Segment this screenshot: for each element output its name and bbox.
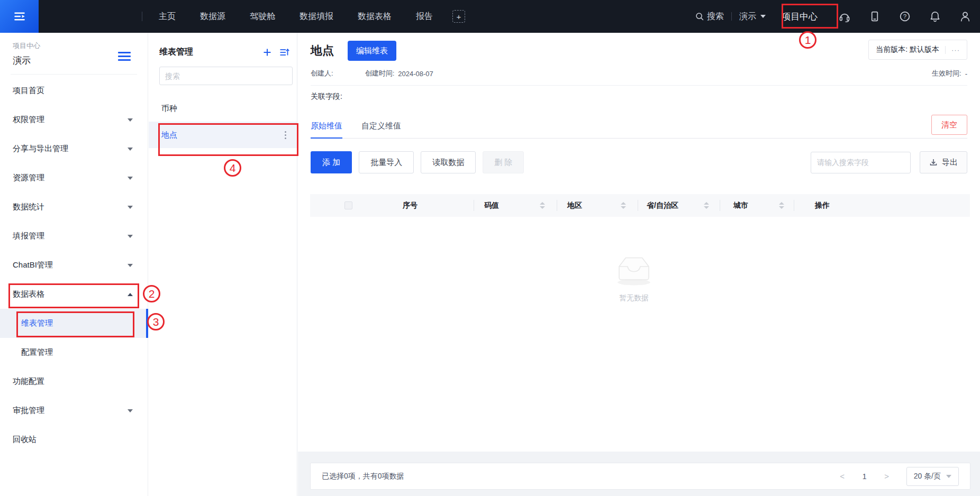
sort-icon[interactable] [540,202,545,209]
column-header: 操作 [815,201,830,210]
more-actions-icon[interactable] [285,131,286,139]
read-data-button[interactable]: 读取数据 [421,151,476,173]
add-module-button[interactable]: + [452,10,465,23]
navbar-divider [142,12,142,21]
export-button[interactable]: 导出 [920,151,967,173]
sidebar-item-data-table[interactable]: 数据表格 [0,280,148,309]
sort-list-icon[interactable] [279,47,289,58]
search-icon [695,12,704,21]
chevron-down-icon [128,264,133,267]
sidebar-item-recycle-bin[interactable]: 回收站 [0,425,148,454]
sidebar-item-config-mgmt[interactable]: 配置管理 [0,338,148,367]
empty-text: 暂无数据 [619,293,649,303]
divider [311,85,967,86]
project-center-label: 项目中心 [13,41,148,51]
sort-icon[interactable] [779,202,784,209]
pagination: < 1 > 20 条/页 [834,467,959,486]
version-selector[interactable]: 当前版本: 默认版本 ··· [868,40,967,60]
project-center-button[interactable]: 项目中心 [782,11,818,23]
sort-icon[interactable] [704,202,709,209]
related-fields-label: 关联字段: [311,92,967,103]
dim-table-list: 币种 地点 [149,95,297,148]
table-footer: 已选择0项，共有0项数据 < 1 > 20 条/页 [310,463,970,490]
chevron-down-icon [128,118,133,122]
sidebar-item-dim-table-mgmt[interactable]: 维表管理 [0,309,148,338]
sidebar-header: 项目中心 演示 [0,33,148,67]
next-page-button[interactable]: > [879,472,895,481]
panel-title: 维表管理 [159,47,193,58]
chevron-down-icon [128,177,133,180]
column-header: 序号 [403,201,418,210]
sidebar-item-fill-mgmt[interactable]: 填报管理 [0,222,148,251]
help-icon[interactable]: ? [899,11,911,22]
sidebar-item-function-config[interactable]: 功能配置 [0,367,148,396]
tab-original-values[interactable]: 原始维值 [311,114,342,139]
chevron-up-icon [128,293,133,296]
chevron-down-icon [128,148,133,151]
chevron-down-icon [128,206,133,209]
selection-summary: 已选择0项，共有0项数据 [322,472,404,481]
nav-item-report[interactable]: 报告 [404,0,445,33]
empty-box-icon [611,251,657,287]
effective-time-label: 生效时间: [932,69,961,78]
select-all-checkbox[interactable] [344,201,352,209]
divider [945,46,946,54]
sidebar-divider [11,74,137,75]
topnav-menu: 主页 数据源 驾驶舱 数据填报 数据表格 报告 [147,0,445,33]
support-headset-icon[interactable] [839,11,850,22]
svg-text:?: ? [903,13,906,20]
nav-item-datasource[interactable]: 数据源 [188,0,238,33]
created-time-label: 创建时间: [365,69,395,78]
sort-icon[interactable] [621,202,626,209]
sidebar-item-share-export[interactable]: 分享与导出管理 [0,134,148,163]
field-search-input[interactable] [811,152,911,173]
sidebar-item-project-home[interactable]: 项目首页 [0,76,148,105]
user-avatar-icon[interactable] [959,11,971,22]
mobile-device-icon[interactable] [869,11,881,22]
creator-label: 创建人: [311,69,333,78]
page-size-select[interactable]: 20 条/页 [906,467,959,486]
sidebar-collapse-icon[interactable] [118,52,131,63]
panel-header: 维表管理 [149,33,297,58]
current-version-label: 当前版本: 默认版本 [876,45,939,54]
column-header: 码值 [484,201,499,210]
sidebar-item-permissions[interactable]: 权限管理 [0,105,148,134]
sidebar-item-data-stats[interactable]: 数据统计 [0,192,148,222]
effective-time-value: - [965,70,967,78]
clear-button[interactable]: 清空 [931,115,967,135]
add-button[interactable]: 添 加 [311,151,352,173]
column-header: 地区 [567,201,582,210]
notification-bell-icon[interactable] [929,11,941,22]
sidebar-item-chatbi[interactable]: ChatBI管理 [0,251,148,280]
bulk-import-button[interactable]: 批量导入 [359,151,414,173]
nav-item-datatable[interactable]: 数据表格 [346,0,404,33]
prev-page-button[interactable]: < [834,472,850,481]
global-search-button[interactable]: 搜索 [695,11,724,22]
topnav-right: 搜索 演示 项目中心 [695,11,980,23]
nav-item-home[interactable]: 主页 [147,0,188,33]
sidebar-item-approval-mgmt[interactable]: 审批管理 [0,396,148,425]
sidebar-menu: 项目首页 权限管理 分享与导出管理 资源管理 数据统计 填报管理 ChatBI管… [0,76,148,454]
column-header: 城市 [733,201,748,210]
value-tabs: 原始维值 自定义维值 清空 [311,114,967,139]
empty-state: 暂无数据 [298,251,970,303]
delete-button[interactable]: 删 除 [483,151,524,173]
list-item-currency[interactable]: 币种 [149,95,297,122]
tab-custom-values[interactable]: 自定义维值 [361,114,401,139]
nav-item-dashboard[interactable]: 驾驶舱 [238,0,287,33]
current-page[interactable]: 1 [857,472,873,481]
panel-search-input[interactable] [159,67,293,85]
chevron-down-icon [128,409,133,412]
list-item-location[interactable]: 地点 [149,122,297,148]
app-logo[interactable] [0,0,39,33]
more-versions-icon[interactable]: ··· [951,46,960,54]
edit-dim-table-button[interactable]: 编辑维表 [348,41,396,61]
main-content: 地点 编辑维表 当前版本: 默认版本 ··· 创建人: 创建时间: 2024-0… [298,33,980,496]
nav-item-datafill[interactable]: 数据填报 [287,0,346,33]
topnav-icons: ? [839,11,971,22]
workspace-dropdown[interactable]: 演示 [739,11,766,22]
created-time-value: 2024-08-07 [398,70,433,78]
add-dim-table-icon[interactable] [262,47,273,58]
app-window: 主页 数据源 驾驶舱 数据填报 数据表格 报告 + 搜索 演示 项目中心 [0,0,980,496]
sidebar-item-resources[interactable]: 资源管理 [0,163,148,192]
